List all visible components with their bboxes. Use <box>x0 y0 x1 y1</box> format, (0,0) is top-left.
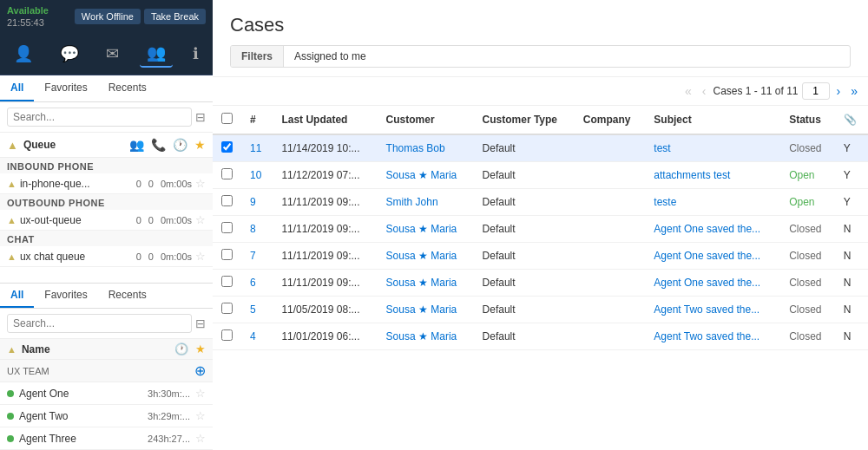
pag-prev-button[interactable]: ‹ <box>699 82 710 100</box>
case-id-link[interactable]: 5 <box>250 303 256 316</box>
customer-link[interactable]: Thomas Bob <box>386 142 445 154</box>
col-customer-type[interactable]: Customer Type <box>474 106 575 134</box>
row-id-4[interactable]: 7 <box>241 243 273 270</box>
row-checkbox-7[interactable] <box>213 323 241 350</box>
subject-link[interactable]: Agent One saved the... <box>654 277 760 289</box>
col-last-updated[interactable]: Last Updated <box>273 106 377 134</box>
subject-link[interactable]: Agent Two saved the... <box>654 330 760 342</box>
row-subject-2[interactable]: teste <box>645 189 780 216</box>
subject-link[interactable]: test <box>654 142 670 154</box>
queue-search-input[interactable] <box>7 108 192 127</box>
agent-star-icon[interactable]: ★ <box>195 342 206 355</box>
nav-icon-person[interactable]: 👤 <box>7 40 40 68</box>
queue-filter-icon[interactable]: ⊟ <box>195 110 206 124</box>
row-customer-2[interactable]: Smith John <box>378 189 474 216</box>
row-customer-3[interactable]: Sousa ★ Maria <box>378 216 474 243</box>
row-customer-4[interactable]: Sousa ★ Maria <box>378 243 474 270</box>
queue-fav-icon[interactable]: ☆ <box>195 177 206 190</box>
customer-link[interactable]: Sousa ★ Maria <box>386 169 457 181</box>
agent-search-input[interactable] <box>7 314 192 333</box>
row-customer-6[interactable]: Sousa ★ Maria <box>378 297 474 323</box>
queue-tab-recents[interactable]: Recents <box>98 75 157 101</box>
agent-fav-icon-0[interactable]: ☆ <box>195 387 206 400</box>
nav-icon-mail[interactable]: ✉ <box>99 40 126 68</box>
customer-link[interactable]: Sousa ★ Maria <box>386 277 457 289</box>
case-id-link[interactable]: 10 <box>250 169 261 181</box>
queue-fav-icon2[interactable]: ☆ <box>195 213 206 226</box>
agent-fav-icon-1[interactable]: ☆ <box>195 409 206 422</box>
row-checkbox-0[interactable] <box>213 134 241 162</box>
customer-link[interactable]: Sousa ★ Maria <box>386 250 457 262</box>
queue-fav-icon3[interactable]: ☆ <box>195 250 206 263</box>
row-select-checkbox[interactable] <box>221 303 233 314</box>
customer-link[interactable]: Sousa ★ Maria <box>386 223 457 235</box>
agent-tab-favorites[interactable]: Favorites <box>34 284 97 308</box>
agent-fav-icon-2[interactable]: ☆ <box>195 432 206 445</box>
queue-row-inbound[interactable]: ▲ in-phone-que... 0 0 0m:00s ☆ <box>0 173 213 194</box>
select-all-checkbox[interactable] <box>221 113 233 124</box>
row-checkbox-2[interactable] <box>213 189 241 216</box>
row-customer-5[interactable]: Sousa ★ Maria <box>378 270 474 297</box>
row-subject-0[interactable]: test <box>645 134 780 162</box>
pagination-page-input[interactable] <box>802 82 830 100</box>
row-checkbox-5[interactable] <box>213 270 241 297</box>
col-status[interactable]: Status <box>780 106 835 134</box>
queue-row-chat[interactable]: ▲ ux chat queue 0 0 0m:00s ☆ <box>0 246 213 267</box>
case-id-link[interactable]: 9 <box>250 196 256 208</box>
queue-clock-icon[interactable]: 🕐 <box>173 138 187 152</box>
subject-link[interactable]: attachments test <box>654 169 730 181</box>
row-id-0[interactable]: 11 <box>241 134 273 162</box>
row-id-2[interactable]: 9 <box>241 189 273 216</box>
add-agent-icon[interactable]: ⊕ <box>194 362 206 379</box>
row-subject-1[interactable]: attachments test <box>645 162 780 189</box>
row-select-checkbox[interactable] <box>221 141 233 153</box>
customer-link[interactable]: Sousa ★ Maria <box>386 330 457 342</box>
case-id-link[interactable]: 11 <box>250 142 261 154</box>
agent-row-0[interactable]: Agent One 3h:30m:... ☆ <box>0 382 213 405</box>
row-select-checkbox[interactable] <box>221 276 233 287</box>
subject-link[interactable]: teste <box>654 196 676 208</box>
row-id-3[interactable]: 8 <box>241 216 273 243</box>
agent-row-1[interactable]: Agent Two 3h:29m:... ☆ <box>0 405 213 427</box>
customer-link[interactable]: Smith John <box>386 196 438 208</box>
row-customer-0[interactable]: Thomas Bob <box>378 134 474 162</box>
case-id-link[interactable]: 6 <box>250 277 256 289</box>
row-customer-7[interactable]: Sousa ★ Maria <box>378 323 474 350</box>
nav-icon-info[interactable]: ℹ <box>186 40 206 68</box>
row-checkbox-1[interactable] <box>213 162 241 189</box>
case-id-link[interactable]: 8 <box>250 223 256 235</box>
queue-row-outbound[interactable]: ▲ ux-out-queue 0 0 0m:00s ☆ <box>0 210 213 231</box>
queue-group-icon[interactable]: 👥 <box>129 138 144 152</box>
case-id-link[interactable]: 7 <box>250 250 256 262</box>
case-id-link[interactable]: 4 <box>250 330 256 342</box>
row-select-checkbox[interactable] <box>221 249 233 260</box>
row-subject-3[interactable]: Agent One saved the... <box>645 216 780 243</box>
row-select-checkbox[interactable] <box>221 195 233 206</box>
queue-star-icon[interactable]: ★ <box>194 138 206 152</box>
row-checkbox-4[interactable] <box>213 243 241 270</box>
pag-next-button[interactable]: › <box>833 82 845 100</box>
row-id-5[interactable]: 6 <box>241 270 273 297</box>
agent-tab-recents[interactable]: Recents <box>98 284 157 308</box>
queue-phone-icon[interactable]: 📞 <box>151 138 166 152</box>
agent-row-2[interactable]: Agent Three 243h:27... ☆ <box>0 427 213 450</box>
subject-link[interactable]: Agent One saved the... <box>654 250 760 262</box>
row-select-checkbox[interactable] <box>221 329 233 341</box>
row-select-checkbox[interactable] <box>221 168 233 179</box>
queue-tab-all[interactable]: All <box>0 75 34 101</box>
nav-icon-chat[interactable]: 💬 <box>53 40 86 68</box>
col-subject[interactable]: Subject <box>645 106 780 134</box>
take-break-button[interactable]: Take Break <box>144 9 206 24</box>
row-subject-4[interactable]: Agent One saved the... <box>645 243 780 270</box>
queue-tab-favorites[interactable]: Favorites <box>34 75 97 101</box>
row-select-checkbox[interactable] <box>221 222 233 233</box>
row-subject-5[interactable]: Agent One saved the... <box>645 270 780 297</box>
work-offline-button[interactable]: Work Offline <box>75 9 141 24</box>
row-checkbox-6[interactable] <box>213 297 241 323</box>
col-id[interactable]: # <box>241 106 273 134</box>
customer-link[interactable]: Sousa ★ Maria <box>386 303 457 316</box>
row-id-7[interactable]: 4 <box>241 323 273 350</box>
col-customer[interactable]: Customer <box>378 106 474 134</box>
row-id-1[interactable]: 10 <box>241 162 273 189</box>
pag-last-button[interactable]: » <box>847 82 861 100</box>
